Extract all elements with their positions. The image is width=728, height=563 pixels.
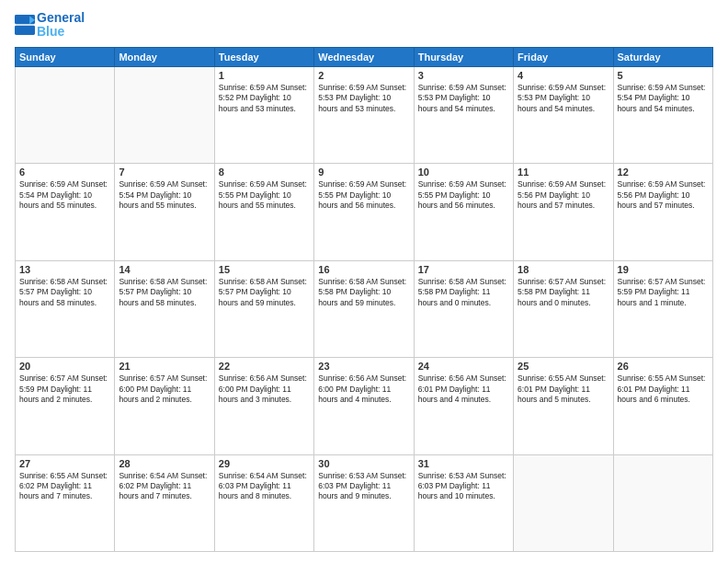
calendar-cell: 20Sunrise: 6:57 AM Sunset: 5:59 PM Dayli… [16,358,115,454]
weekday-header: Wednesday [314,47,414,66]
cell-info: Sunrise: 6:57 AM Sunset: 5:59 PM Dayligh… [618,277,709,308]
day-number: 17 [418,264,509,275]
calendar-cell [16,66,115,163]
cell-info: Sunrise: 6:54 AM Sunset: 6:02 PM Dayligh… [119,471,210,502]
cell-info: Sunrise: 6:58 AM Sunset: 5:58 PM Dayligh… [318,277,409,308]
calendar-cell: 13Sunrise: 6:58 AM Sunset: 5:57 PM Dayli… [16,260,115,357]
calendar-header-row: SundayMondayTuesdayWednesdayThursdayFrid… [16,47,713,66]
calendar-cell: 22Sunrise: 6:56 AM Sunset: 6:00 PM Dayli… [214,358,313,454]
calendar-cell: 29Sunrise: 6:54 AM Sunset: 6:03 PM Dayli… [214,454,313,551]
calendar-week-row: 1Sunrise: 6:59 AM Sunset: 5:52 PM Daylig… [16,66,713,163]
logo-icon [15,15,35,35]
cell-info: Sunrise: 6:55 AM Sunset: 6:02 PM Dayligh… [19,471,110,502]
calendar-cell: 19Sunrise: 6:57 AM Sunset: 5:59 PM Dayli… [613,260,712,357]
day-number: 20 [19,361,110,372]
cell-info: Sunrise: 6:59 AM Sunset: 5:54 PM Dayligh… [618,83,709,114]
logo-text: General Blue [37,11,85,40]
calendar-cell: 3Sunrise: 6:59 AM Sunset: 5:53 PM Daylig… [414,66,513,163]
day-number: 15 [219,264,310,275]
calendar-cell [613,454,712,551]
calendar-cell: 4Sunrise: 6:59 AM Sunset: 5:53 PM Daylig… [514,66,613,163]
cell-info: Sunrise: 6:59 AM Sunset: 5:56 PM Dayligh… [518,179,609,211]
day-number: 5 [618,70,709,81]
cell-info: Sunrise: 6:58 AM Sunset: 5:57 PM Dayligh… [219,277,310,308]
day-number: 16 [318,264,409,275]
weekday-header: Thursday [414,47,513,66]
header: General Blue [15,11,713,40]
day-number: 9 [318,167,409,178]
cell-info: Sunrise: 6:56 AM Sunset: 6:01 PM Dayligh… [418,373,509,405]
day-number: 24 [418,361,509,372]
weekday-header: Friday [514,47,613,66]
calendar-cell: 21Sunrise: 6:57 AM Sunset: 6:00 PM Dayli… [115,358,214,454]
calendar-cell: 28Sunrise: 6:54 AM Sunset: 6:02 PM Dayli… [115,454,214,551]
day-number: 27 [19,458,110,469]
day-number: 12 [618,167,709,178]
calendar-cell: 12Sunrise: 6:59 AM Sunset: 5:56 PM Dayli… [613,164,712,260]
cell-info: Sunrise: 6:57 AM Sunset: 5:58 PM Dayligh… [518,277,609,308]
calendar-cell: 7Sunrise: 6:59 AM Sunset: 5:54 PM Daylig… [115,164,214,260]
cell-info: Sunrise: 6:53 AM Sunset: 6:03 PM Dayligh… [418,471,509,502]
cell-info: Sunrise: 6:58 AM Sunset: 5:57 PM Dayligh… [119,277,210,308]
logo: General Blue [15,11,85,40]
day-number: 3 [418,70,509,81]
calendar-cell: 1Sunrise: 6:59 AM Sunset: 5:52 PM Daylig… [214,66,313,163]
calendar-cell: 31Sunrise: 6:53 AM Sunset: 6:03 PM Dayli… [414,454,513,551]
day-number: 1 [219,70,310,81]
cell-info: Sunrise: 6:57 AM Sunset: 6:00 PM Dayligh… [119,373,210,405]
cell-info: Sunrise: 6:59 AM Sunset: 5:55 PM Dayligh… [219,179,310,211]
calendar-cell: 18Sunrise: 6:57 AM Sunset: 5:58 PM Dayli… [514,260,613,357]
day-number: 28 [119,458,210,469]
calendar-cell: 26Sunrise: 6:55 AM Sunset: 6:01 PM Dayli… [613,358,712,454]
day-number: 19 [618,264,709,275]
calendar-table: SundayMondayTuesdayWednesdayThursdayFrid… [15,47,713,552]
calendar-cell: 9Sunrise: 6:59 AM Sunset: 5:55 PM Daylig… [314,164,414,260]
cell-info: Sunrise: 6:59 AM Sunset: 5:54 PM Dayligh… [119,179,210,211]
cell-info: Sunrise: 6:56 AM Sunset: 6:00 PM Dayligh… [219,373,310,405]
cell-info: Sunrise: 6:59 AM Sunset: 5:53 PM Dayligh… [518,83,609,114]
calendar-cell: 16Sunrise: 6:58 AM Sunset: 5:58 PM Dayli… [314,260,414,357]
day-number: 6 [19,167,110,178]
calendar-cell: 23Sunrise: 6:56 AM Sunset: 6:00 PM Dayli… [314,358,414,454]
calendar-week-row: 6Sunrise: 6:59 AM Sunset: 5:54 PM Daylig… [16,164,713,260]
calendar-cell: 8Sunrise: 6:59 AM Sunset: 5:55 PM Daylig… [214,164,313,260]
weekday-header: Saturday [613,47,712,66]
day-number: 8 [219,167,310,178]
day-number: 14 [119,264,210,275]
calendar-cell: 5Sunrise: 6:59 AM Sunset: 5:54 PM Daylig… [613,66,712,163]
cell-info: Sunrise: 6:59 AM Sunset: 5:54 PM Dayligh… [19,179,110,211]
cell-info: Sunrise: 6:55 AM Sunset: 6:01 PM Dayligh… [518,373,609,405]
calendar-cell: 30Sunrise: 6:53 AM Sunset: 6:03 PM Dayli… [314,454,414,551]
calendar-cell: 11Sunrise: 6:59 AM Sunset: 5:56 PM Dayli… [514,164,613,260]
day-number: 25 [518,361,609,372]
calendar-week-row: 20Sunrise: 6:57 AM Sunset: 5:59 PM Dayli… [16,358,713,454]
weekday-header: Tuesday [214,47,313,66]
svg-rect-1 [15,26,35,35]
cell-info: Sunrise: 6:59 AM Sunset: 5:56 PM Dayligh… [618,179,709,211]
cell-info: Sunrise: 6:59 AM Sunset: 5:52 PM Dayligh… [219,83,310,114]
day-number: 31 [418,458,509,469]
cell-info: Sunrise: 6:58 AM Sunset: 5:58 PM Dayligh… [418,277,509,308]
calendar-cell: 2Sunrise: 6:59 AM Sunset: 5:53 PM Daylig… [314,66,414,163]
calendar-week-row: 13Sunrise: 6:58 AM Sunset: 5:57 PM Dayli… [16,260,713,357]
calendar-cell: 17Sunrise: 6:58 AM Sunset: 5:58 PM Dayli… [414,260,513,357]
day-number: 29 [219,458,310,469]
day-number: 21 [119,361,210,372]
day-number: 7 [119,167,210,178]
calendar-cell: 10Sunrise: 6:59 AM Sunset: 5:55 PM Dayli… [414,164,513,260]
cell-info: Sunrise: 6:58 AM Sunset: 5:57 PM Dayligh… [19,277,110,308]
day-number: 13 [19,264,110,275]
cell-info: Sunrise: 6:59 AM Sunset: 5:53 PM Dayligh… [318,83,409,114]
day-number: 18 [518,264,609,275]
day-number: 22 [219,361,310,372]
calendar-cell: 24Sunrise: 6:56 AM Sunset: 6:01 PM Dayli… [414,358,513,454]
day-number: 4 [518,70,609,81]
calendar-cell: 14Sunrise: 6:58 AM Sunset: 5:57 PM Dayli… [115,260,214,357]
calendar-cell: 27Sunrise: 6:55 AM Sunset: 6:02 PM Dayli… [16,454,115,551]
calendar-cell: 6Sunrise: 6:59 AM Sunset: 5:54 PM Daylig… [16,164,115,260]
weekday-header: Monday [115,47,214,66]
calendar-cell [514,454,613,551]
day-number: 23 [318,361,409,372]
page: General Blue SundayMondayTuesdayWednesda… [0,0,728,563]
calendar-cell: 25Sunrise: 6:55 AM Sunset: 6:01 PM Dayli… [514,358,613,454]
